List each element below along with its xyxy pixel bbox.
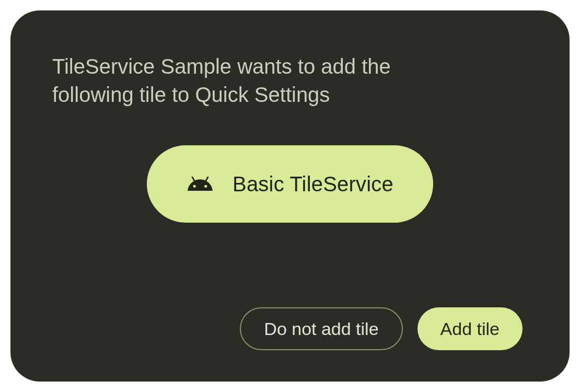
dialog-message: TileService Sample wants to add the foll… [52,52,460,109]
accept-button[interactable]: Add tile [417,307,523,350]
android-icon [187,170,214,198]
decline-button[interactable]: Do not add tile [240,307,402,350]
tile-preview-chip: Basic TileService [147,145,433,223]
tile-label: Basic TileService [233,172,393,196]
add-tile-dialog: TileService Sample wants to add the foll… [10,10,570,382]
tile-preview-row: Basic TileService [52,145,528,223]
dialog-actions: Do not add tile Add tile [52,307,528,350]
